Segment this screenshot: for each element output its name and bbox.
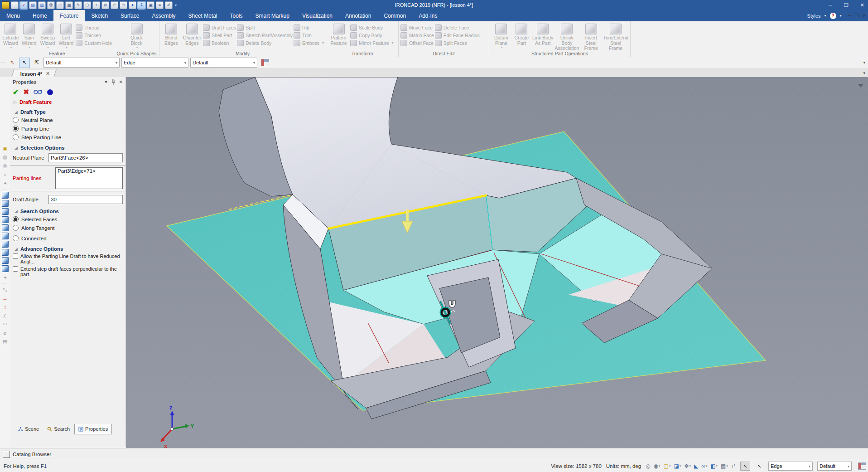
menu-tab-home[interactable]: Home: [26, 10, 53, 21]
thread-button[interactable]: Thread: [76, 24, 112, 31]
blend-edges-button[interactable]: Blend Edges: [161, 22, 181, 46]
shaded-render-icon[interactable]: ◣: [694, 463, 698, 469]
extrude-wizard-button[interactable]: Extrude Wizard: [2, 22, 19, 49]
collapse-triangle-icon[interactable]: ▷: [14, 100, 17, 104]
tab-properties[interactable]: Properties: [74, 424, 112, 434]
trim-button[interactable]: Trim: [294, 32, 324, 39]
structure-tree-icon[interactable]: [261, 59, 269, 66]
section-triangle-icon[interactable]: ◢: [14, 247, 18, 251]
draft-faces-button[interactable]: Draft Faces: [203, 24, 236, 31]
menu-tab-assembly[interactable]: Assembly: [145, 10, 182, 21]
expand-arrow-2-icon[interactable]: ◂: [1, 273, 9, 281]
radio-selected-faces[interactable]: Selected Faces: [10, 215, 125, 224]
radio-selected-faces-input[interactable]: [13, 216, 19, 222]
menu-tab-annotation[interactable]: Annotation: [339, 10, 377, 21]
section-triangle-icon[interactable]: ◢: [14, 146, 18, 150]
panel-close-icon[interactable]: ✕: [119, 79, 123, 84]
parting-lines-field[interactable]: Part3\Edge<71>: [55, 167, 123, 189]
radio-connected-input[interactable]: [13, 235, 19, 241]
section-triangle-icon[interactable]: ◢: [14, 110, 18, 114]
shaded-cube-2-icon[interactable]: [2, 249, 9, 256]
status-structure-icon[interactable]: [858, 462, 866, 470]
paste-feature-icon[interactable]: ▣: [1, 145, 9, 152]
menu-tab-menu[interactable]: Menu: [0, 10, 26, 21]
shaded-cube-1-icon[interactable]: [2, 241, 9, 248]
styles-dropdown[interactable]: Styles: [807, 13, 821, 19]
neutral-plane-field[interactable]: [48, 153, 123, 162]
measure-horizontal-icon[interactable]: ↔: [1, 295, 9, 302]
panel-menu-caret-icon[interactable]: ▾: [105, 79, 107, 84]
section-triangle-icon[interactable]: ◢: [14, 209, 18, 214]
thicken-button[interactable]: Thicken: [76, 32, 112, 39]
trim-extend-steel-frame-button[interactable]: Trim/Extend Steel Frame: [603, 22, 628, 51]
measure-radius-icon[interactable]: ◠: [1, 321, 9, 328]
offset-face-button[interactable]: Offset Face: [400, 39, 434, 46]
pan-orbit-icon[interactable]: ✥▾: [684, 463, 691, 469]
mirror-feature-button[interactable]: Mirror Feature: [350, 39, 394, 46]
toolbar-grip[interactable]: ⋮⋮: [1, 60, 5, 65]
boolean-button[interactable]: Boolean: [203, 39, 236, 46]
measure-ruler-icon[interactable]: ▤: [1, 338, 9, 345]
spin-wizard-button[interactable]: Spin Wizard: [20, 22, 38, 49]
menu-tab-add-ins[interactable]: Add-Ins: [412, 10, 444, 21]
status-edge-dropdown[interactable]: Edge▾: [768, 462, 813, 471]
tab-row-caret-icon[interactable]: ▾: [863, 71, 865, 75]
tab-scene[interactable]: Scene: [14, 424, 43, 434]
iso-view-3-icon[interactable]: [2, 208, 9, 215]
catalog-browser-bar[interactable]: Catalog Browser: [0, 448, 868, 460]
boolean-intersect-icon[interactable]: ◎: [1, 162, 9, 169]
link-body-as-part-button[interactable]: Link Body As Part: [532, 22, 554, 46]
iso-view-2-icon[interactable]: [2, 200, 9, 207]
help-icon[interactable]: ?: [830, 13, 836, 19]
pointer-flick-icon[interactable]: ↱: [731, 463, 736, 469]
rib-button[interactable]: Rib: [294, 24, 324, 31]
radio-connected[interactable]: Connected: [10, 234, 125, 243]
quick-block-button[interactable]: Quick Block: [126, 22, 147, 49]
move-face-button[interactable]: Move Face: [400, 24, 434, 31]
draft-angle-field[interactable]: [48, 195, 123, 204]
shaded-cube-4-icon[interactable]: [2, 265, 9, 272]
ok-check-icon[interactable]: ✔: [13, 88, 19, 97]
iso-view-5-icon[interactable]: [2, 224, 9, 231]
boolean-subtract-icon[interactable]: ◒: [1, 170, 9, 178]
box-select-button[interactable]: ⇱: [32, 58, 42, 68]
create-part-button[interactable]: Create Part: [512, 22, 531, 46]
emboss-button[interactable]: Emboss: [294, 39, 324, 46]
radio-along-tangent[interactable]: Along Tangent: [10, 224, 125, 232]
select-cursor-button[interactable]: ↖: [740, 462, 750, 471]
new-view-icon[interactable]: ▢▾: [664, 463, 671, 469]
pin-icon[interactable]: [111, 79, 116, 85]
selection-type-dropdown[interactable]: Edge▾: [121, 58, 188, 68]
view-cube-icon[interactable]: ◧▾: [710, 463, 718, 469]
shell-part-button[interactable]: Shell Part: [203, 32, 236, 39]
color-dot-icon[interactable]: [47, 89, 53, 95]
highlight-cursor-button[interactable]: ↖: [755, 462, 764, 470]
iso-view-icon[interactable]: ◪▾: [674, 463, 681, 469]
preview-glasses-icon[interactable]: ∞▾: [701, 463, 707, 469]
stretch-part-assembly-button[interactable]: Stretch Part/Assembly: [237, 32, 293, 39]
checkbox-extend-step-draft-input[interactable]: [13, 266, 18, 272]
status-default-dropdown[interactable]: Default▾: [817, 462, 852, 471]
measure-angle-icon[interactable]: ∠: [1, 312, 9, 319]
menu-tab-visualization[interactable]: Visualization: [296, 10, 339, 21]
menu-tab-surface[interactable]: Surface: [114, 10, 145, 21]
radio-neutral-plane[interactable]: Neutral Plane: [10, 116, 125, 124]
scale-body-button[interactable]: Scale Body: [350, 24, 394, 31]
help-caret-icon[interactable]: ▾: [840, 14, 842, 18]
radio-along-tangent-input[interactable]: [13, 225, 19, 231]
split-faces-button[interactable]: Split Faces: [435, 39, 480, 46]
radio-neutral-plane-input[interactable]: [13, 117, 19, 123]
preview-glasses-icon[interactable]: [34, 89, 43, 95]
doc-close-button[interactable]: ✕: [863, 13, 866, 18]
styles-caret-icon[interactable]: ▾: [825, 14, 826, 18]
datum-plane-button[interactable]: Datum Plane: [491, 22, 511, 49]
shaded-cube-3-icon[interactable]: [2, 257, 9, 264]
measure-pointer-icon[interactable]: ⤡: [1, 286, 9, 293]
menu-tab-sheet-metal[interactable]: Sheet Metal: [182, 10, 223, 21]
iso-view-1-icon[interactable]: [2, 192, 9, 199]
window-minimize-button[interactable]: ─: [829, 2, 832, 8]
delete-body-button[interactable]: Delete Body: [237, 39, 293, 46]
sweep-wizard-button[interactable]: Sweep Wizard: [39, 22, 57, 49]
iso-view-6-icon[interactable]: [2, 233, 9, 239]
radio-parting-line-input[interactable]: [13, 126, 19, 131]
